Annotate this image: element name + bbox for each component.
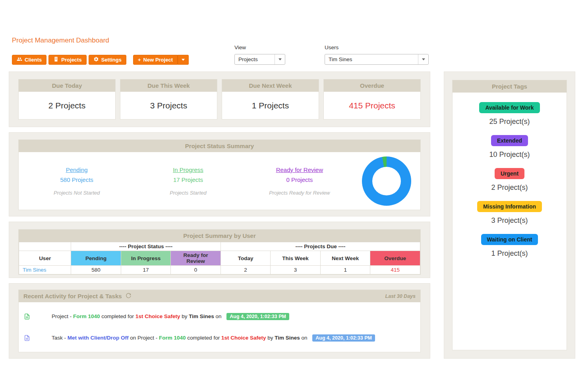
recent-activity-panel: Recent Activity for Project & Tasks Last… — [9, 283, 430, 359]
timestamp-badge: Aug 4, 2020, 1:02:33 PM — [226, 313, 289, 320]
col-overdue: Overdue — [370, 251, 420, 266]
settings-button-label: Settings — [101, 57, 122, 63]
users-select[interactable]: Tim Sines — [325, 54, 429, 65]
tag-urgent[interactable]: Urgent — [495, 168, 524, 179]
plus-icon: + — [138, 57, 141, 63]
new-project-button[interactable]: + New Project — [133, 55, 178, 65]
timestamp-badge: Aug 4, 2020, 1:02:33 PM — [312, 334, 375, 342]
tag-count: 3 Project(s) — [453, 216, 567, 225]
users-filter: Users Tim Sines — [325, 44, 429, 65]
tag-count: 2 Project(s) — [453, 183, 567, 192]
activity-row: Task - Met with Client/Drop Off on Proje… — [24, 329, 415, 347]
client-link[interactable]: 1st Choice Safety — [221, 335, 266, 341]
col-user: User — [19, 251, 71, 266]
chevron-down-icon — [418, 54, 428, 64]
activity-row: Project - Form 1040 completed for 1st Ch… — [24, 307, 415, 325]
tag-count: 25 Project(s) — [453, 118, 567, 126]
clients-button[interactable]: Clients — [12, 55, 46, 65]
tag-group: Urgent 2 Project(s) — [453, 168, 567, 192]
col-next-week: Next Week — [320, 251, 370, 266]
project-summary-by-user-panel: Project Summary by User ---- Project Sta… — [9, 222, 430, 278]
new-project-split-button: + New Project — [133, 55, 189, 65]
stat-card-due-today: Due Today 2 Projects — [18, 79, 116, 120]
status-col-pending: Pending 580 Projects Projects Not Starte… — [21, 166, 132, 196]
dashboard-page: Project Management Dashboard Clients Pro… — [0, 0, 588, 392]
col-today: Today — [220, 251, 271, 266]
activity-range-label: Last 30 Days — [385, 294, 416, 299]
view-filter-label: View — [234, 44, 285, 50]
new-project-dropdown-toggle[interactable] — [178, 55, 189, 65]
refresh-icon[interactable] — [126, 293, 132, 300]
stat-card-title: Due This Week — [120, 79, 217, 92]
group-header-row: ---- Project Status ---- ---- Projects D… — [19, 242, 420, 251]
tag-group: Missing Information 3 Project(s) — [453, 201, 567, 225]
ready-for-review-count: 0 Projects — [244, 176, 355, 183]
project-tags-panel: Project Tags Available for Work 25 Proje… — [444, 71, 575, 359]
status-donut-chart — [362, 156, 411, 206]
table-row: Tim Sines 580 17 0 2 3 1 415 — [19, 266, 420, 274]
project-link[interactable]: Form 1040 — [159, 335, 186, 341]
ready-for-review-link[interactable]: Ready for Review — [276, 166, 323, 173]
stat-card-title: Overdue — [324, 79, 420, 92]
pending-link[interactable]: Pending — [66, 166, 88, 173]
user-link[interactable]: Tim Sines — [19, 266, 71, 274]
status-donut-wrap — [355, 156, 418, 206]
task-link[interactable]: Met with Client/Drop Off — [68, 335, 129, 341]
cell-in-progress: 17 — [121, 266, 171, 274]
tag-group: Waiting on Client 1 Project(s) — [453, 234, 567, 258]
in-progress-note: Projects Started — [132, 190, 244, 196]
chevron-down-icon — [182, 59, 185, 61]
user-summary-table: ---- Project Status ---- ---- Projects D… — [19, 242, 420, 274]
col-ready-for-review: Ready for Review — [171, 251, 221, 266]
cell-pending: 580 — [71, 266, 121, 274]
column-header-row: User Pending In Progress Ready for Revie… — [19, 251, 420, 266]
ledger-icon — [53, 56, 59, 63]
stat-card-overdue: Overdue 415 Projects — [323, 79, 421, 120]
tag-group: Extended 10 Project(s) — [453, 135, 567, 159]
clients-button-label: Clients — [25, 57, 42, 63]
pending-note: Projects Not Started — [21, 190, 132, 196]
new-project-button-label: New Project — [143, 57, 173, 63]
project-link[interactable]: Form 1040 — [73, 313, 100, 319]
tag-available-for-work[interactable]: Available for Work — [479, 102, 540, 113]
stat-card-value: 2 Projects — [19, 92, 115, 119]
col-in-progress: In Progress — [121, 251, 171, 266]
stat-card-value: 1 Projects — [222, 92, 319, 119]
user-summary-title: Project Summary by User — [19, 230, 420, 242]
activity-kind-label: Project - — [52, 313, 73, 319]
status-col-in-progress: In Progress 17 Projects Projects Started — [132, 166, 244, 196]
users-select-value: Tim Sines — [325, 56, 352, 62]
tag-extended[interactable]: Extended — [491, 135, 528, 146]
tag-group: Available for Work 25 Project(s) — [453, 93, 567, 126]
view-filter: View Projects — [234, 44, 285, 65]
cell-ready-for-review: 0 — [171, 266, 221, 274]
cell-this-week: 3 — [271, 266, 321, 274]
projects-button-label: Projects — [61, 57, 81, 63]
users-filter-label: Users — [325, 44, 429, 50]
toolbar: Clients Projects Settings + New Project — [12, 55, 189, 65]
tag-missing-information[interactable]: Missing Information — [477, 201, 542, 212]
ready-for-review-note: Projects Ready for Review — [244, 190, 355, 196]
file-text-icon — [24, 313, 30, 320]
stat-card-value: 3 Projects — [120, 92, 217, 119]
tag-waiting-on-client[interactable]: Waiting on Client — [481, 234, 538, 245]
recent-activity-title: Recent Activity for Project & Tasks — [23, 293, 122, 299]
group-header-status: ---- Project Status ---- — [71, 242, 221, 251]
activity-list: Project - Form 1040 completed for 1st Ch… — [19, 302, 420, 352]
pending-count: 580 Projects — [21, 176, 132, 183]
settings-button[interactable]: Settings — [89, 55, 126, 65]
cell-next-week: 1 — [320, 266, 370, 274]
file-text-icon — [24, 335, 30, 341]
view-select-value: Projects — [235, 56, 258, 62]
client-link[interactable]: 1st Choice Safety — [135, 313, 180, 319]
in-progress-count: 17 Projects — [132, 176, 244, 183]
gear-icon — [93, 56, 99, 63]
users-icon — [17, 56, 22, 63]
col-this-week: This Week — [271, 251, 321, 266]
activity-user: Tim Sines — [275, 335, 300, 341]
stat-card-due-this-week: Due This Week 3 Projects — [120, 79, 217, 120]
projects-button[interactable]: Projects — [48, 55, 86, 65]
in-progress-link[interactable]: In Progress — [173, 166, 203, 173]
project-status-summary-panel: Project Status Summary Pending 580 Proje… — [9, 132, 430, 216]
view-select[interactable]: Projects — [234, 54, 285, 65]
